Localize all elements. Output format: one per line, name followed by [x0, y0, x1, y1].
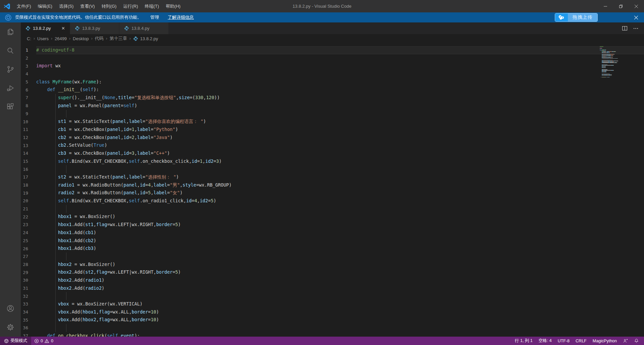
code-line-7[interactable]: 7 super().__init__(None,title="复选框和单选按钮"… — [21, 94, 644, 102]
code-line-2[interactable]: 2 — [21, 54, 644, 62]
tab-13.8.2.py[interactable]: 13.8.2.py✕ — [21, 22, 70, 34]
menu-item-3[interactable]: 查看(V) — [77, 0, 98, 12]
code-line-6[interactable]: 6 def __init__(self): — [21, 86, 644, 94]
source-control-icon[interactable] — [0, 60, 21, 79]
code-line-22[interactable]: 22 hbox1 = wx.BoxSizer() — [21, 213, 644, 221]
warnings-icon — [44, 339, 49, 343]
explorer-icon[interactable] — [0, 22, 21, 41]
code-line-9[interactable]: 9 — [21, 110, 644, 118]
code-editor[interactable]: 1# coding=utf-823import wx45class MyFram… — [21, 43, 644, 337]
code-line-23[interactable]: 23 hbox1.Add(st1,flag=wx.LEFT|wx.RIGHT,b… — [21, 221, 644, 229]
account-icon[interactable] — [0, 299, 21, 318]
code-line-27[interactable]: 27 — [21, 253, 644, 261]
code-line-35[interactable]: 35 vbox.Add(hbox2,flag=wx.ALL,border=10) — [21, 316, 644, 324]
code-line-12[interactable]: 12 cb2 = wx.CheckBox(panel,id=2,label="J… — [21, 134, 644, 142]
code-line-3[interactable]: 3import wx — [21, 62, 644, 70]
menu-item-6[interactable]: 终端(T) — [141, 0, 162, 12]
breadcrumb-item-1[interactable]: Users — [37, 36, 49, 41]
status-restricted-mode[interactable]: 受限模式 — [0, 337, 31, 345]
code-line-31[interactable]: 31 hbox2.Add(radio2) — [21, 284, 644, 292]
settings-gear-icon[interactable] — [0, 318, 21, 337]
code-line-8[interactable]: 8 panel = wx.Panel(parent=self) — [21, 102, 644, 110]
minimap[interactable] — [600, 46, 627, 80]
line-number: 1 — [21, 48, 36, 53]
code-line-20[interactable]: 20 self.Bind(wx.EVT_CHECKBOX,self.on_rad… — [21, 197, 644, 205]
code-line-5[interactable]: 5class MyFrame(wx.Frame): — [21, 78, 644, 86]
code-line-16[interactable]: 16 — [21, 165, 644, 173]
code-line-13[interactable]: 13 cb2.SetValue(True) — [21, 141, 644, 149]
line-number: 18 — [21, 183, 36, 188]
search-icon[interactable] — [0, 41, 21, 60]
code-line-18[interactable]: 18 radio1 = wx.RadioButton(panel,id=4,la… — [21, 181, 644, 189]
menu-item-1[interactable]: 编辑(E) — [35, 0, 56, 12]
breadcrumb-item-0[interactable]: C: — [27, 36, 31, 41]
line-number: 3 — [21, 64, 36, 69]
menu-item-7[interactable]: 帮助(H) — [162, 0, 184, 12]
code-line-21[interactable]: 21 — [21, 205, 644, 213]
learn-more-link[interactable]: 了解详细信息 — [168, 14, 194, 20]
code-line-28[interactable]: 28 hbox2 = wx.BoxSizer() — [21, 261, 644, 269]
line-number: 27 — [21, 254, 36, 259]
code-line-32[interactable]: 32 — [21, 292, 644, 300]
run-debug-icon[interactable] — [0, 79, 21, 97]
indent-guide — [55, 261, 56, 269]
breadcrumb-item-5[interactable]: 第十三章 — [110, 36, 127, 42]
code-area[interactable]: 1# coding=utf-823import wx45class MyFram… — [21, 46, 644, 337]
activity-bar — [0, 22, 21, 337]
status-problems[interactable]: 0 0 — [31, 337, 56, 345]
line-content: hbox2.Add(radio1) — [36, 276, 644, 284]
feedback-icon[interactable] — [620, 337, 631, 345]
breadcrumb-file[interactable]: 13.8.2.py — [133, 36, 158, 41]
menu-item-4[interactable]: 转到(G) — [98, 0, 120, 12]
tab-13.8.4.py[interactable]: 13.8.4.py — [119, 22, 169, 34]
tab-close-icon[interactable]: ✕ — [60, 25, 66, 31]
tab-13.8.3.py[interactable]: 13.8.3.py — [70, 22, 119, 34]
drag-upload-button[interactable]: 拖拽上传 — [555, 13, 598, 22]
code-line-25[interactable]: 25 hbox1.Add(cb2) — [21, 237, 644, 245]
code-line-14[interactable]: 14 cb3 = wx.CheckBox(panel,id=3,label="C… — [21, 149, 644, 157]
code-line-29[interactable]: 29 hbox2.Add(st2,flag=wx.LEFT|wx.RIGHT,b… — [21, 268, 644, 276]
close-window-button[interactable] — [629, 0, 644, 12]
status-indentation[interactable]: 空格: 4 — [536, 337, 555, 345]
status-encoding[interactable]: UTF-8 — [555, 337, 573, 345]
line-number: 28 — [21, 262, 36, 267]
drag-upload-label: 拖拽上传 — [568, 13, 597, 21]
code-line-10[interactable]: 10 st1 = wx.StaticText(panel,label="选择你喜… — [21, 118, 644, 126]
bell-icon[interactable] — [631, 337, 642, 345]
code-line-15[interactable]: 15 self.Bind(wx.EVT_CHECKBOX,self.on_che… — [21, 157, 644, 165]
more-actions-icon[interactable] — [633, 25, 639, 31]
chevron-right-icon: › — [34, 36, 35, 41]
restore-button[interactable] — [613, 0, 629, 12]
code-line-11[interactable]: 11 cb1 = wx.CheckBox(panel,id=1,label="P… — [21, 126, 644, 134]
breadcrumb-item-4[interactable]: 代码 — [95, 36, 104, 42]
manage-link[interactable]: 管理 — [150, 14, 159, 20]
minimize-button[interactable] — [598, 0, 613, 12]
code-line-34[interactable]: 34 vbox.Add(hbox1,flag=wx.ALL,border=10) — [21, 308, 644, 316]
breadcrumb-item-2[interactable]: 26499 — [55, 36, 67, 41]
code-line-30[interactable]: 30 hbox2.Add(radio1) — [21, 276, 644, 284]
code-line-36[interactable]: 36 — [21, 324, 644, 332]
line-content: vbox.Add(hbox1,flag=wx.ALL,border=10) — [36, 308, 644, 316]
code-line-17[interactable]: 17 st2 = wx.StaticText(panel,label="选择性别… — [21, 173, 644, 181]
status-eol[interactable]: CRLF — [573, 337, 590, 345]
extensions-icon[interactable] — [0, 97, 21, 116]
split-editor-icon[interactable] — [622, 25, 628, 31]
code-line-4[interactable]: 4 — [21, 70, 644, 78]
code-line-33[interactable]: 33 vbox = wx.BoxSizer(wx.VERTICAL) — [21, 300, 644, 308]
breadcrumb-item-3[interactable]: Desktop — [73, 36, 89, 41]
indent-guide — [55, 253, 56, 261]
menu-item-0[interactable]: 文件(F) — [13, 0, 35, 12]
minimap-line — [603, 56, 607, 56]
code-line-1[interactable]: 1# coding=utf-8 — [21, 46, 644, 54]
status-language-mode[interactable]: MagicPython — [590, 337, 620, 345]
status-cursor-position[interactable]: 行 1, 列 1 — [512, 337, 536, 345]
menu-item-2[interactable]: 选择(S) — [56, 0, 77, 12]
code-line-24[interactable]: 24 hbox1.Add(cb1) — [21, 229, 644, 237]
code-line-37[interactable]: 37 def on_checkbox_click(self,event): — [21, 332, 644, 337]
indent-guide — [55, 237, 56, 245]
code-line-19[interactable]: 19 radio2 = wx.RadioButton(panel,id=5,la… — [21, 189, 644, 197]
code-line-26[interactable]: 26 hbox1.Add(cb3) — [21, 245, 644, 253]
banner-close-icon[interactable] — [633, 14, 639, 21]
errors-icon — [34, 339, 39, 343]
menu-item-5[interactable]: 运行(R) — [120, 0, 141, 12]
